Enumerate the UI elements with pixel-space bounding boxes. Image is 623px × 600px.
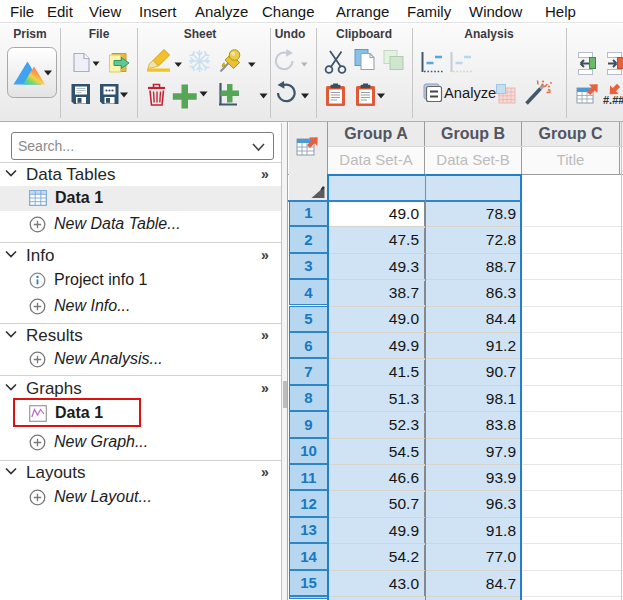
svg-text:#.##: #.## [603,94,623,106]
